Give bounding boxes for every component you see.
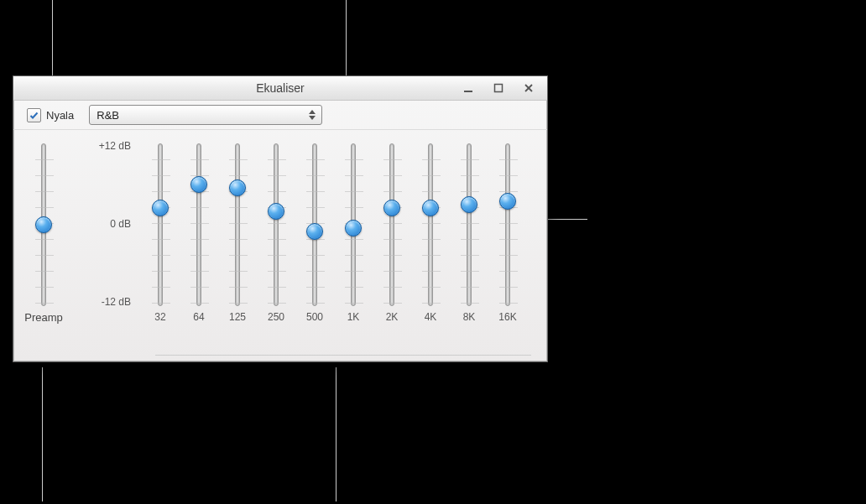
band-label-125: 125 bbox=[229, 311, 246, 323]
preamp-slider[interactable] bbox=[41, 143, 46, 306]
band-slider-column-500: 500 bbox=[298, 135, 331, 345]
band-thumb-125[interactable] bbox=[229, 179, 246, 196]
band-thumb-64[interactable] bbox=[190, 176, 207, 193]
band-thumb-32[interactable] bbox=[152, 200, 169, 216]
toolbar: Nyala R&B bbox=[13, 101, 547, 130]
on-checkbox-label: Nyala bbox=[46, 109, 74, 122]
band-slider-column-16K: 16K bbox=[491, 135, 524, 345]
svg-rect-1 bbox=[495, 85, 503, 92]
band-thumb-8K[interactable] bbox=[461, 196, 477, 213]
db-scale: +12 dB 0 dB -12 dB bbox=[81, 140, 131, 308]
band-slider-8K[interactable] bbox=[467, 143, 472, 306]
band-label-64: 64 bbox=[193, 311, 204, 323]
band-slider-column-8K: 8K bbox=[452, 135, 486, 345]
bands-underline bbox=[155, 355, 531, 356]
band-slider-column-32: 32 bbox=[143, 135, 177, 345]
preamp-slider-column: Preamp bbox=[27, 135, 60, 345]
callout-line bbox=[336, 367, 336, 501]
title-bar: Ekualiser bbox=[13, 76, 547, 101]
band-slider-1K[interactable] bbox=[351, 143, 356, 306]
band-slider-column-125: 125 bbox=[221, 135, 254, 345]
band-slider-16K[interactable] bbox=[505, 143, 510, 306]
scale-min-label: -12 dB bbox=[102, 296, 131, 308]
close-button[interactable] bbox=[514, 80, 544, 96]
band-label-8K: 8K bbox=[463, 311, 476, 323]
updown-arrows-icon bbox=[306, 107, 318, 122]
callout-line bbox=[346, 0, 347, 75]
band-label-2K: 2K bbox=[386, 311, 399, 323]
checkbox-box bbox=[27, 108, 41, 122]
band-label-1K: 1K bbox=[347, 311, 360, 323]
band-label-250: 250 bbox=[268, 311, 284, 323]
band-label-4K: 4K bbox=[425, 311, 437, 323]
band-slider-column-2K: 2K bbox=[375, 135, 409, 345]
svg-marker-5 bbox=[309, 116, 316, 120]
window-title: Ekualiser bbox=[256, 81, 305, 95]
preamp-thumb[interactable] bbox=[35, 216, 52, 233]
band-slider-2K[interactable] bbox=[389, 143, 394, 306]
equalizer-window: Ekualiser bbox=[13, 75, 548, 362]
band-slider-column-1K: 1K bbox=[336, 135, 370, 345]
band-thumb-2K[interactable] bbox=[383, 200, 400, 216]
scale-max-label: +12 dB bbox=[99, 140, 131, 152]
band-slider-column-250: 250 bbox=[259, 135, 293, 345]
preamp-label: Preamp bbox=[24, 311, 63, 324]
scale-mid-label: 0 dB bbox=[110, 218, 131, 230]
band-label-500: 500 bbox=[306, 311, 323, 323]
maximize-icon bbox=[493, 83, 503, 93]
minimize-button[interactable] bbox=[453, 80, 483, 96]
band-label-32: 32 bbox=[154, 311, 165, 323]
band-slider-column-64: 64 bbox=[182, 135, 216, 345]
band-slider-column-4K: 4K bbox=[414, 135, 447, 345]
band-thumb-16K[interactable] bbox=[499, 193, 516, 210]
equalizer-body: +12 dB 0 dB -12 dB Preamp 32641252505001… bbox=[13, 130, 547, 361]
on-checkbox[interactable]: Nyala bbox=[27, 108, 74, 122]
band-thumb-500[interactable] bbox=[306, 223, 323, 240]
svg-marker-4 bbox=[309, 110, 316, 114]
checkmark-icon bbox=[29, 111, 39, 120]
maximize-button[interactable] bbox=[483, 80, 514, 96]
band-slider-500[interactable] bbox=[312, 143, 317, 306]
close-icon bbox=[524, 83, 534, 93]
svg-rect-0 bbox=[464, 91, 472, 92]
preset-dropdown[interactable]: R&B bbox=[89, 105, 322, 125]
callout-line bbox=[42, 367, 43, 501]
band-thumb-250[interactable] bbox=[268, 203, 284, 220]
band-slider-250[interactable] bbox=[274, 143, 279, 306]
band-slider-4K[interactable] bbox=[428, 143, 433, 306]
band-thumb-4K[interactable] bbox=[422, 200, 439, 216]
band-label-16K: 16K bbox=[498, 311, 516, 323]
window-controls bbox=[453, 76, 544, 100]
preset-selected-label: R&B bbox=[97, 109, 119, 122]
band-thumb-1K[interactable] bbox=[345, 220, 362, 236]
band-slider-125[interactable] bbox=[235, 143, 240, 306]
band-slider-32[interactable] bbox=[158, 143, 163, 306]
band-slider-64[interactable] bbox=[196, 143, 201, 306]
callout-line bbox=[52, 0, 53, 75]
minimize-icon bbox=[463, 83, 473, 93]
